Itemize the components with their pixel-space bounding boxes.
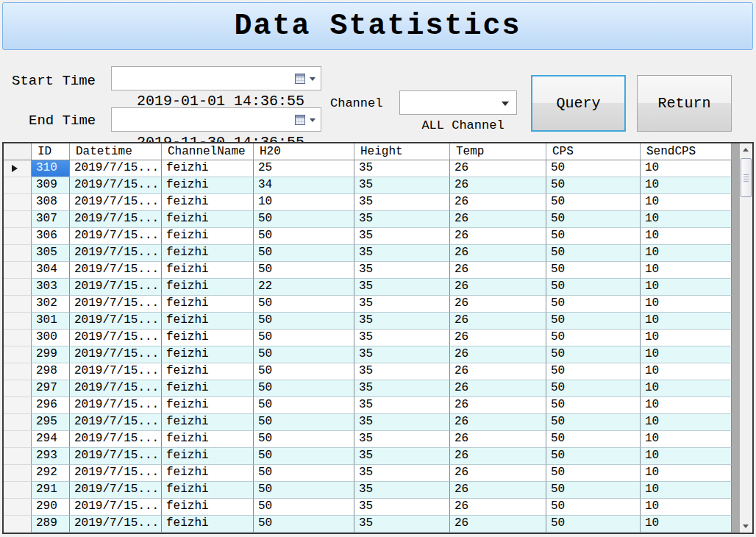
cell-h20[interactable]: 25 [254,160,354,177]
row-header[interactable] [4,363,32,380]
cell-temp[interactable]: 26 [450,296,546,313]
cell-datetime[interactable]: 2019/7/15... [70,465,162,482]
cell-datetime[interactable]: 2019/7/15... [70,499,162,516]
table-row[interactable]: 3062019/7/15...feizhi5035265010 [4,228,740,245]
row-header[interactable] [4,245,32,262]
cell-height[interactable]: 35 [354,228,450,245]
cell-h20[interactable]: 50 [254,363,354,380]
cell-height[interactable]: 35 [354,194,450,211]
cell-height[interactable]: 35 [354,414,450,431]
cell-height[interactable]: 35 [354,313,450,330]
cell-channelname[interactable]: feizhi [162,245,254,262]
cell-sendcps[interactable]: 10 [641,380,732,397]
cell-temp[interactable]: 26 [450,414,546,431]
row-header[interactable] [4,228,32,245]
cell-id[interactable]: 307 [32,211,70,228]
cell-datetime[interactable]: 2019/7/15... [70,279,162,296]
cell-temp[interactable]: 26 [450,194,546,211]
cell-id[interactable]: 291 [32,482,70,499]
cell-datetime[interactable]: 2019/7/15... [70,194,162,211]
cell-id[interactable]: 300 [32,330,70,346]
cell-h20[interactable]: 50 [254,380,354,397]
cell-sendcps[interactable]: 10 [641,465,732,482]
cell-h20[interactable]: 50 [254,482,354,499]
cell-channelname[interactable]: feizhi [162,346,254,363]
cell-temp[interactable]: 26 [450,211,546,228]
cell-cps[interactable]: 50 [546,499,641,516]
cell-id[interactable]: 301 [32,313,70,330]
cell-h20[interactable]: 50 [254,330,354,346]
cell-channelname[interactable]: feizhi [162,296,254,313]
cell-channelname[interactable]: feizhi [162,448,254,465]
row-header[interactable] [4,448,32,465]
cell-channelname[interactable]: feizhi [162,160,254,177]
cell-h20[interactable]: 50 [254,346,354,363]
cell-id[interactable]: 309 [32,177,70,194]
cell-id[interactable]: 293 [32,448,70,465]
cell-sendcps[interactable]: 10 [641,397,732,414]
row-header[interactable] [4,279,32,296]
cell-id[interactable]: 298 [32,363,70,380]
table-row[interactable]: 2902019/7/15...feizhi5035265010 [4,499,740,516]
query-button[interactable]: Query [531,75,626,132]
cell-h20[interactable]: 10 [254,194,354,211]
cell-h20[interactable]: 50 [254,499,354,516]
cell-channelname[interactable]: feizhi [162,194,254,211]
table-row[interactable]: 3092019/7/15...feizhi3435265010 [4,177,740,194]
column-header-height[interactable]: Height [354,143,450,160]
table-row[interactable]: 2922019/7/15...feizhi5035265010 [4,465,740,482]
row-header[interactable] [4,313,32,330]
table-row[interactable]: 3012019/7/15...feizhi5035265010 [4,313,740,330]
column-header-sendcps[interactable]: SendCPS [641,143,732,160]
table-row[interactable]: 2982019/7/15...feizhi5035265010 [4,363,740,380]
row-header[interactable] [4,177,32,194]
cell-datetime[interactable]: 2019/7/15... [70,380,162,397]
cell-id[interactable]: 297 [32,380,70,397]
cell-id[interactable]: 299 [32,346,70,363]
cell-id[interactable]: 302 [32,296,70,313]
cell-sendcps[interactable]: 10 [641,330,732,346]
return-button[interactable]: Return [637,75,732,132]
cell-temp[interactable]: 26 [450,363,546,380]
cell-cps[interactable]: 50 [546,346,641,363]
table-row[interactable]: 3072019/7/15...feizhi5035265010 [4,211,740,228]
cell-channelname[interactable]: feizhi [162,262,254,279]
cell-channelname[interactable]: feizhi [162,380,254,397]
table-row[interactable]: 2942019/7/15...feizhi5035265010 [4,431,740,448]
cell-height[interactable]: 35 [354,465,450,482]
start-time-picker[interactable] [295,74,315,85]
cell-datetime[interactable]: 2019/7/15... [70,160,162,177]
cell-height[interactable]: 35 [354,482,450,499]
table-row[interactable]: 2972019/7/15...feizhi5035265010 [4,380,740,397]
cell-temp[interactable]: 26 [450,465,546,482]
cell-h20[interactable]: 50 [254,465,354,482]
cell-channelname[interactable]: feizhi [162,330,254,346]
cell-height[interactable]: 35 [354,448,450,465]
cell-cps[interactable]: 50 [546,448,641,465]
cell-temp[interactable]: 26 [450,431,546,448]
column-header-h20[interactable]: H20 [254,143,354,160]
start-time-input[interactable]: 2019-01-01 14:36:55 [111,66,321,90]
cell-temp[interactable]: 26 [450,448,546,465]
cell-datetime[interactable]: 2019/7/15... [70,414,162,431]
cell-datetime[interactable]: 2019/7/15... [70,448,162,465]
cell-h20[interactable]: 50 [254,448,354,465]
end-time-picker[interactable] [295,115,315,126]
cell-height[interactable]: 35 [354,380,450,397]
cell-sendcps[interactable]: 10 [641,448,732,465]
cell-height[interactable]: 35 [354,279,450,296]
cell-cps[interactable]: 50 [546,313,641,330]
cell-height[interactable]: 35 [354,245,450,262]
vertical-scrollbar[interactable] [740,143,752,533]
cell-temp[interactable]: 26 [450,499,546,516]
table-row[interactable]: 2892019/7/15...feizhi5035265010 [4,516,740,533]
cell-datetime[interactable]: 2019/7/15... [70,516,162,533]
table-row[interactable]: 2962019/7/15...feizhi5035265010 [4,397,740,414]
cell-id[interactable]: 308 [32,194,70,211]
cell-h20[interactable]: 50 [254,228,354,245]
cell-datetime[interactable]: 2019/7/15... [70,245,162,262]
scrollbar-thumb[interactable] [741,158,752,197]
cell-channelname[interactable]: feizhi [162,228,254,245]
cell-height[interactable]: 35 [354,363,450,380]
cell-temp[interactable]: 26 [450,397,546,414]
